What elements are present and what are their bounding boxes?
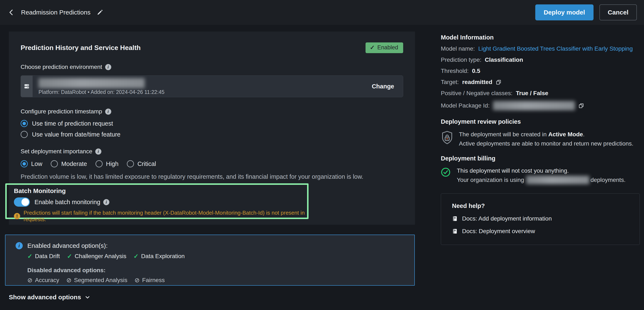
docs-link-label: Docs: Add deployment information [462,215,552,222]
page-title: Readmission Predictions [21,9,90,16]
radio-unselected-icon[interactable] [127,160,134,167]
importance-option-critical[interactable]: Critical [127,160,156,167]
check-icon: ✓ [27,253,32,260]
enabled-option-data-drift: ✓ Data Drift [27,253,60,260]
disabled-options-title: Disabled advanced options: [27,267,414,274]
section-title: Prediction History and Service Health [20,44,141,52]
enabled-option-challenger-analysis: ✓ Challenger Analysis [67,253,126,260]
show-advanced-label: Show advanced options [9,294,81,301]
radio-unselected-icon[interactable] [96,160,103,167]
panel-header: Prediction History and Service Health ✓ … [20,42,403,53]
edit-pencil-icon[interactable] [97,9,103,15]
info-icon[interactable]: i [95,149,101,155]
radio-unselected-icon[interactable] [20,131,28,138]
option-label: Challenger Analysis [75,253,126,260]
row-label: Model name: [441,45,475,52]
enabled-options-row: ✓ Data Drift ✓ Challenger Analysis ✓ Dat… [27,253,414,260]
deployment-summary-sidebar: Model Information Model name: Light Grad… [441,34,640,245]
billing-line2-pre: Your organization is using [457,175,524,185]
check-icon: ✓ [370,44,374,51]
disabled-options-row: ⊘ Accuracy ⊘ Segmented Analysis ⊘ Fairne… [27,277,414,284]
option-label: Data Exploration [141,253,185,260]
option-label: Accuracy [35,277,59,284]
target-row: Target: readmitted [441,79,640,85]
review-policies-title: Deployment review policies [441,118,640,125]
row-value: True / False [516,90,548,97]
model-name-link[interactable]: Light Gradient Boosted Trees Classifier … [478,45,633,52]
timestamp-option-datetime-feature[interactable]: Use value from date/time feature [20,131,403,138]
row-value: Classification [485,56,523,63]
importance-option-moderate[interactable]: Moderate [51,160,87,167]
row-label: Threshold: [441,68,468,74]
radio-label: Low [31,160,42,167]
environment-label-text: Choose prediction environment [20,64,102,70]
disabled-option-accuracy: ⊘ Accuracy [27,277,59,284]
toggle-label-text: Enable batch monitoring [34,199,100,206]
importance-option-low[interactable]: Low [20,160,42,167]
enable-batch-monitoring-toggle[interactable] [14,197,30,207]
billing-line2-post: deployments. [590,175,626,185]
option-label: Data Drift [35,253,60,260]
importance-label: Set deployment importance i [20,148,403,155]
advanced-options-info-box: i Enabled advanced option(s): ✓ Data Dri… [5,235,415,286]
docs-link-add-deployment[interactable]: Docs: Add deployment information [452,215,629,222]
copy-icon[interactable] [578,103,584,109]
row-value: 0.5 [472,68,480,74]
radio-selected-icon[interactable] [20,160,28,167]
radio-unselected-icon[interactable] [51,160,58,167]
info-circle-icon: i [16,242,23,249]
package-id-redacted [493,101,575,110]
environment-meta: Platform: DataRobot • Added on: 2024-04-… [38,89,372,95]
copy-icon[interactable] [496,79,502,85]
batch-monitoring-highlight-box: Batch Monitoring Enable batch monitoring… [5,183,308,219]
show-advanced-options-button[interactable]: Show advanced options [9,294,91,301]
shield-lock-icon [441,131,454,148]
active-mode-label: Active Mode [548,131,583,138]
no-entry-icon: ⊘ [66,277,71,284]
deploy-model-button[interactable]: Deploy model [535,4,594,20]
prediction-type-row: Prediction type: Classification [441,56,640,63]
check-icon: ✓ [134,253,138,260]
warning-icon: ! [14,213,20,219]
prediction-environment-card[interactable]: Platform: DataRobot • Added on: 2024-04-… [20,75,403,97]
radio-label: Moderate [61,160,87,167]
row-label: Target: [441,79,459,85]
docs-link-deployment-overview[interactable]: Docs: Deployment overview [452,228,629,235]
info-icon[interactable]: i [105,109,111,115]
radio-label: Use time of prediction request [32,120,113,127]
check-icon: ✓ [67,253,72,260]
importance-option-high[interactable]: High [96,160,118,167]
enabled-status-badge: ✓ Enabled [366,42,403,53]
warning-text: Predictions will start failing if the ba… [24,210,307,223]
importance-description: Prediction volume is low, it has limited… [20,173,403,180]
timestamp-option-request-time[interactable]: Use time of prediction request [20,120,403,127]
radio-selected-icon[interactable] [20,120,28,127]
info-icon[interactable]: i [103,199,109,205]
environment-name-redacted [38,78,145,88]
book-icon [452,215,458,222]
review-policies-block: The deployment will be created in Active… [441,130,640,148]
toggle-label: Enable batch monitoring i [34,199,109,206]
review-line2: Active deployments are able to monitor a… [459,140,634,147]
deployment-count-redacted [526,176,589,184]
review-policies-text: The deployment will be created in Active… [459,130,634,148]
option-label: Segmented Analysis [74,277,128,284]
billing-line1: This deployment will not cost you anythi… [457,167,569,174]
option-label: Fairness [142,277,165,284]
cancel-button[interactable]: Cancel [600,4,637,20]
review-line1: The deployment will be created in [459,131,548,138]
toggle-knob [22,198,29,206]
disabled-option-fairness: ⊘ Fairness [134,277,165,284]
chevron-down-icon [84,294,91,300]
enabled-options-title: Enabled advanced option(s): [27,242,108,249]
threshold-row: Threshold: 0.5 [441,68,640,74]
radio-label: High [106,160,118,167]
row-value: readmitted [462,79,492,85]
change-environment-link[interactable]: Change [372,83,403,90]
batch-monitoring-toggle-row: Enable batch monitoring i [14,197,307,207]
docs-link-label: Docs: Deployment overview [462,228,535,235]
advanced-options-header: i Enabled advanced option(s): [16,242,414,249]
deployment-setup-page: Readmission Predictions Deploy model Can… [0,0,644,310]
back-chevron-icon[interactable] [7,8,16,16]
info-icon[interactable]: i [105,64,111,70]
